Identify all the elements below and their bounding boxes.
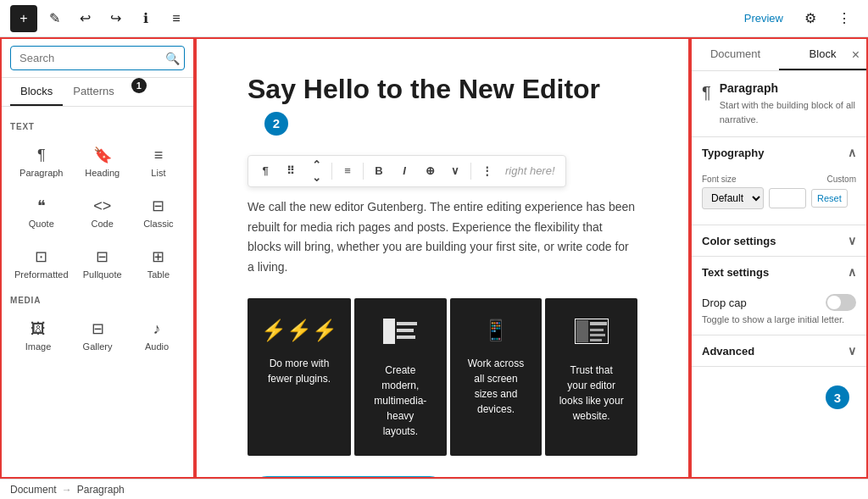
gallery-icon: ⊟ (92, 319, 104, 338)
edit-mode-button[interactable]: ✎ (41, 5, 68, 32)
options-tool[interactable]: ⋮ (475, 159, 498, 183)
custom-label: Custom (827, 175, 856, 184)
svg-rect-8 (590, 334, 605, 336)
advanced-header[interactable]: Advanced ∨ (692, 335, 866, 366)
feature-card-1: Create modern, multimedia-heavy layouts. (354, 298, 447, 456)
feature-card-3: Trust that your editor looks like your w… (545, 298, 637, 456)
color-settings-header[interactable]: Color settings ∨ (692, 225, 866, 256)
feature-icon-2: 📱 (464, 319, 529, 342)
feature-text-0: Do more with fewer plugins. (261, 356, 337, 386)
bottom-bar: Document → Paragraph (0, 479, 868, 499)
feature-card-0: ⚡⚡⚡ Do more with fewer plugins. (248, 298, 351, 456)
advanced-toggle-icon: ∨ (848, 344, 856, 358)
breadcrumb-document[interactable]: Document (10, 484, 57, 496)
search-icon[interactable]: 🔍 (165, 52, 180, 65)
text-settings-body: Drop cap Toggle to show a large initial … (692, 287, 866, 335)
toolbar-left: + ✎ ↩ ↪ ℹ ≡ (10, 5, 190, 32)
preview-button[interactable]: Preview (737, 8, 790, 28)
quote-icon: ❝ (37, 197, 46, 215)
more-options-button[interactable]: ⋮ (831, 5, 858, 32)
block-gallery[interactable]: ⊟ Gallery (70, 312, 125, 359)
advanced-label: Advanced (702, 345, 754, 358)
undo-button[interactable]: ↩ (71, 5, 98, 32)
feature-text-1: Create modern, multimedia-heavy layouts. (368, 363, 433, 439)
font-size-custom-input[interactable] (769, 188, 806, 208)
bold-tool[interactable]: B (367, 159, 391, 183)
close-panel-button[interactable]: × (852, 47, 860, 63)
pullquote-icon: ⊟ (96, 247, 108, 266)
block-preformatted[interactable]: ⊡ Preformatted (10, 240, 73, 287)
link-tool[interactable]: ⊕ (418, 159, 442, 183)
badge-3: 3 (826, 385, 849, 409)
reset-button[interactable]: Reset (811, 189, 848, 208)
classic-icon: ⊟ (152, 197, 164, 215)
badge-1: 1 (131, 78, 147, 93)
tab-patterns[interactable]: Patterns (63, 78, 124, 106)
font-size-labels: Font size Custom (702, 175, 856, 184)
block-pullquote[interactable]: ⊟ Pullquote (76, 240, 129, 287)
list-view-button[interactable]: ≡ (163, 5, 190, 32)
preformatted-icon: ⊡ (35, 247, 47, 266)
block-gallery-label: Gallery (83, 341, 113, 352)
search-bar: 🔍 (2, 39, 193, 78)
block-classic-label: Classic (143, 219, 173, 229)
italic-tool[interactable]: I (392, 159, 416, 183)
drag-tool[interactable]: ⠿ (279, 159, 303, 183)
editor-content: Say Hello to the New Editor 2 ¶ ⠿ ⌃⌄ ≡ B… (197, 39, 688, 479)
block-table-label: Table (147, 269, 170, 280)
tab-document[interactable]: Document (692, 39, 779, 70)
block-paragraph[interactable]: ¶ Paragraph (10, 138, 73, 186)
block-quote-label: Quote (29, 219, 54, 229)
align-tool[interactable]: ≡ (336, 159, 359, 183)
block-info-title: Paragraph (720, 81, 856, 95)
block-list[interactable]: ≡ List (132, 138, 185, 186)
block-image-label: Image (25, 341, 52, 352)
block-info: ¶ Paragraph Start with the building bloc… (692, 71, 866, 137)
add-block-button[interactable]: + (10, 5, 37, 32)
tab-blocks[interactable]: Blocks (10, 78, 63, 106)
block-heading[interactable]: 🔖 Heading (76, 138, 129, 186)
settings-button[interactable]: ⚙ (797, 5, 824, 32)
font-size-label: Font size (702, 175, 737, 184)
typography-section: Typography ∧ Font size Custom Default Re… (692, 137, 866, 225)
badge-2: 2 (264, 112, 288, 136)
cta-button[interactable]: Try it Today in WordPress (248, 476, 449, 479)
main-layout: 🔍 Blocks Patterns 1 TEXT ¶ Paragraph 🔖 H… (0, 37, 868, 479)
paragraph-tool[interactable]: ¶ (253, 159, 277, 183)
image-icon: 🖼 (31, 320, 46, 338)
block-quote[interactable]: ❝ Quote (10, 189, 73, 236)
redo-button[interactable]: ↪ (102, 5, 129, 32)
text-settings-section: Text settings ∧ Drop cap Toggle to show … (692, 257, 866, 335)
drop-cap-row: Drop cap (702, 294, 856, 311)
typography-header[interactable]: Typography ∧ (692, 137, 866, 168)
svg-rect-1 (397, 322, 417, 325)
block-code[interactable]: <> Code (76, 189, 129, 236)
advanced-section: Advanced ∨ (692, 335, 866, 367)
editor-body[interactable]: We call the new editor Gutenberg. The en… (248, 197, 637, 278)
panel-tabs: Document Block × (692, 39, 866, 71)
block-image[interactable]: 🖼 Image (10, 312, 66, 359)
code-icon: <> (93, 197, 111, 215)
more-rich-tool[interactable]: ∨ (443, 159, 467, 183)
feature-text-2: Work across all screen sizes and devices… (464, 356, 529, 417)
move-tool[interactable]: ⌃⌄ (304, 159, 328, 183)
editor-title[interactable]: Say Hello to the New Editor 2 (248, 73, 637, 138)
block-info-text: Paragraph Start with the building block … (720, 81, 856, 126)
drop-cap-toggle[interactable] (826, 294, 856, 311)
svg-rect-2 (397, 329, 414, 332)
heading-icon: 🔖 (93, 146, 112, 164)
separator-3 (470, 163, 471, 180)
info-button[interactable]: ℹ (132, 5, 159, 32)
block-audio[interactable]: ♪ Audio (129, 312, 185, 359)
block-classic[interactable]: ⊟ Classic (132, 189, 185, 236)
feature-text-3: Trust that your editor looks like your w… (559, 363, 624, 424)
svg-rect-3 (397, 335, 415, 339)
search-input[interactable] (10, 46, 185, 70)
text-settings-header[interactable]: Text settings ∧ (692, 257, 866, 287)
drop-cap-label: Drop cap (702, 297, 747, 309)
block-table[interactable]: ⊞ Table (132, 240, 185, 287)
block-code-label: Code (92, 219, 114, 229)
table-icon: ⊞ (152, 247, 164, 266)
font-size-select[interactable]: Default (702, 187, 764, 209)
breadcrumb-paragraph[interactable]: Paragraph (77, 484, 125, 496)
